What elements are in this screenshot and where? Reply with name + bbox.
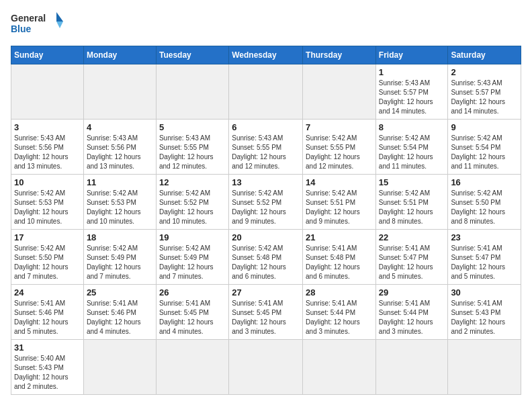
calendar-cell: 23Sunrise: 5:41 AM Sunset: 5:47 PM Dayli… xyxy=(448,230,521,285)
calendar-cell: 3Sunrise: 5:43 AM Sunset: 5:56 PM Daylig… xyxy=(11,120,84,175)
calendar-cell: 22Sunrise: 5:41 AM Sunset: 5:47 PM Dayli… xyxy=(375,230,448,285)
calendar-cell xyxy=(448,340,521,395)
day-info: Sunrise: 5:41 AM Sunset: 5:48 PM Dayligh… xyxy=(306,244,373,281)
day-info: Sunrise: 5:41 AM Sunset: 5:47 PM Dayligh… xyxy=(451,244,518,281)
calendar-cell: 26Sunrise: 5:41 AM Sunset: 5:45 PM Dayli… xyxy=(156,285,228,340)
page-header: General Blue xyxy=(11,11,521,38)
calendar-cell xyxy=(83,64,156,120)
day-number: 24 xyxy=(14,287,81,298)
calendar-cell: 7Sunrise: 5:42 AM Sunset: 5:55 PM Daylig… xyxy=(303,120,376,175)
svg-marker-2 xyxy=(56,12,63,21)
calendar-cell xyxy=(375,340,448,395)
weekday-header-friday: Friday xyxy=(375,46,448,64)
calendar-cell: 14Sunrise: 5:42 AM Sunset: 5:51 PM Dayli… xyxy=(303,175,376,230)
calendar-cell xyxy=(229,64,303,120)
day-info: Sunrise: 5:42 AM Sunset: 5:50 PM Dayligh… xyxy=(451,189,518,226)
day-number: 11 xyxy=(87,177,153,187)
day-info: Sunrise: 5:42 AM Sunset: 5:49 PM Dayligh… xyxy=(87,244,153,281)
calendar-cell: 28Sunrise: 5:41 AM Sunset: 5:44 PM Dayli… xyxy=(303,285,376,340)
weekday-header-thursday: Thursday xyxy=(303,46,376,64)
day-info: Sunrise: 5:43 AM Sunset: 5:55 PM Dayligh… xyxy=(232,134,300,171)
calendar-cell: 4Sunrise: 5:43 AM Sunset: 5:56 PM Daylig… xyxy=(83,120,156,175)
day-info: Sunrise: 5:42 AM Sunset: 5:48 PM Dayligh… xyxy=(232,244,300,281)
day-info: Sunrise: 5:42 AM Sunset: 5:52 PM Dayligh… xyxy=(232,189,300,226)
day-number: 1 xyxy=(379,67,445,77)
day-info: Sunrise: 5:43 AM Sunset: 5:56 PM Dayligh… xyxy=(87,134,153,171)
day-info: Sunrise: 5:42 AM Sunset: 5:54 PM Dayligh… xyxy=(451,134,518,171)
calendar-cell: 9Sunrise: 5:42 AM Sunset: 5:54 PM Daylig… xyxy=(448,120,521,175)
day-info: Sunrise: 5:41 AM Sunset: 5:46 PM Dayligh… xyxy=(14,299,81,336)
svg-marker-3 xyxy=(56,21,63,28)
day-number: 31 xyxy=(14,342,81,353)
day-info: Sunrise: 5:42 AM Sunset: 5:53 PM Dayligh… xyxy=(87,189,153,226)
calendar-cell: 18Sunrise: 5:42 AM Sunset: 5:49 PM Dayli… xyxy=(83,230,156,285)
day-number: 23 xyxy=(451,232,518,242)
calendar-cell: 21Sunrise: 5:41 AM Sunset: 5:48 PM Dayli… xyxy=(303,230,376,285)
day-info: Sunrise: 5:42 AM Sunset: 5:50 PM Dayligh… xyxy=(14,244,81,281)
weekday-header-monday: Monday xyxy=(83,46,156,64)
day-info: Sunrise: 5:41 AM Sunset: 5:43 PM Dayligh… xyxy=(451,299,518,336)
calendar-cell xyxy=(11,64,84,120)
day-number: 13 xyxy=(232,177,300,187)
day-info: Sunrise: 5:43 AM Sunset: 5:57 PM Dayligh… xyxy=(379,79,445,116)
day-info: Sunrise: 5:42 AM Sunset: 5:54 PM Dayligh… xyxy=(379,134,445,171)
day-info: Sunrise: 5:41 AM Sunset: 5:45 PM Dayligh… xyxy=(232,299,300,336)
calendar-cell xyxy=(156,64,228,120)
day-number: 25 xyxy=(87,287,153,298)
calendar-cell: 5Sunrise: 5:43 AM Sunset: 5:55 PM Daylig… xyxy=(156,120,228,175)
calendar-cell xyxy=(303,64,376,120)
calendar-cell: 29Sunrise: 5:41 AM Sunset: 5:44 PM Dayli… xyxy=(375,285,448,340)
calendar-cell: 31Sunrise: 5:40 AM Sunset: 5:43 PM Dayli… xyxy=(11,340,84,395)
generalblue-logo-icon: General Blue xyxy=(11,11,64,38)
calendar-cell: 11Sunrise: 5:42 AM Sunset: 5:53 PM Dayli… xyxy=(83,175,156,230)
day-info: Sunrise: 5:41 AM Sunset: 5:47 PM Dayligh… xyxy=(379,244,445,281)
day-info: Sunrise: 5:41 AM Sunset: 5:46 PM Dayligh… xyxy=(87,299,153,336)
day-info: Sunrise: 5:42 AM Sunset: 5:49 PM Dayligh… xyxy=(159,244,226,281)
calendar-cell xyxy=(83,340,156,395)
day-info: Sunrise: 5:42 AM Sunset: 5:51 PM Dayligh… xyxy=(379,189,445,226)
day-info: Sunrise: 5:42 AM Sunset: 5:55 PM Dayligh… xyxy=(306,134,373,171)
day-number: 26 xyxy=(159,287,226,298)
calendar-week-row: 3Sunrise: 5:43 AM Sunset: 5:56 PM Daylig… xyxy=(11,120,521,175)
day-info: Sunrise: 5:40 AM Sunset: 5:43 PM Dayligh… xyxy=(14,354,81,392)
calendar-cell: 25Sunrise: 5:41 AM Sunset: 5:46 PM Dayli… xyxy=(83,285,156,340)
calendar-cell: 12Sunrise: 5:42 AM Sunset: 5:52 PM Dayli… xyxy=(156,175,228,230)
day-info: Sunrise: 5:43 AM Sunset: 5:57 PM Dayligh… xyxy=(451,79,518,116)
svg-text:Blue: Blue xyxy=(11,24,32,34)
day-number: 14 xyxy=(306,177,373,187)
day-info: Sunrise: 5:43 AM Sunset: 5:56 PM Dayligh… xyxy=(14,134,81,171)
calendar-cell: 17Sunrise: 5:42 AM Sunset: 5:50 PM Dayli… xyxy=(11,230,84,285)
calendar-cell: 20Sunrise: 5:42 AM Sunset: 5:48 PM Dayli… xyxy=(229,230,303,285)
calendar-cell: 6Sunrise: 5:43 AM Sunset: 5:55 PM Daylig… xyxy=(229,120,303,175)
logo: General Blue xyxy=(11,11,64,38)
calendar-cell: 1Sunrise: 5:43 AM Sunset: 5:57 PM Daylig… xyxy=(375,64,448,120)
day-number: 30 xyxy=(451,287,518,298)
day-number: 28 xyxy=(306,287,373,298)
calendar-week-row: 24Sunrise: 5:41 AM Sunset: 5:46 PM Dayli… xyxy=(11,285,521,340)
day-info: Sunrise: 5:41 AM Sunset: 5:44 PM Dayligh… xyxy=(306,299,373,336)
calendar-week-row: 10Sunrise: 5:42 AM Sunset: 5:53 PM Dayli… xyxy=(11,175,521,230)
day-number: 15 xyxy=(379,177,445,187)
day-number: 10 xyxy=(14,177,81,187)
weekday-header-tuesday: Tuesday xyxy=(156,46,228,64)
calendar-cell: 30Sunrise: 5:41 AM Sunset: 5:43 PM Dayli… xyxy=(448,285,521,340)
calendar-cell: 15Sunrise: 5:42 AM Sunset: 5:51 PM Dayli… xyxy=(375,175,448,230)
weekday-header-saturday: Saturday xyxy=(448,46,521,64)
day-number: 5 xyxy=(159,122,226,132)
svg-text:General: General xyxy=(11,13,46,24)
calendar-week-row: 17Sunrise: 5:42 AM Sunset: 5:50 PM Dayli… xyxy=(11,230,521,285)
calendar-cell: 10Sunrise: 5:42 AM Sunset: 5:53 PM Dayli… xyxy=(11,175,84,230)
day-number: 12 xyxy=(159,177,226,187)
calendar-cell: 8Sunrise: 5:42 AM Sunset: 5:54 PM Daylig… xyxy=(375,120,448,175)
day-number: 9 xyxy=(451,122,518,132)
calendar-cell: 27Sunrise: 5:41 AM Sunset: 5:45 PM Dayli… xyxy=(229,285,303,340)
day-number: 2 xyxy=(451,67,518,77)
day-number: 8 xyxy=(379,122,445,132)
day-info: Sunrise: 5:41 AM Sunset: 5:45 PM Dayligh… xyxy=(159,299,226,336)
day-number: 18 xyxy=(87,232,153,242)
day-info: Sunrise: 5:42 AM Sunset: 5:52 PM Dayligh… xyxy=(159,189,226,226)
calendar-table: SundayMondayTuesdayWednesdayThursdayFrid… xyxy=(11,46,521,395)
day-number: 27 xyxy=(232,287,300,298)
calendar-cell xyxy=(303,340,376,395)
day-number: 6 xyxy=(232,122,300,132)
